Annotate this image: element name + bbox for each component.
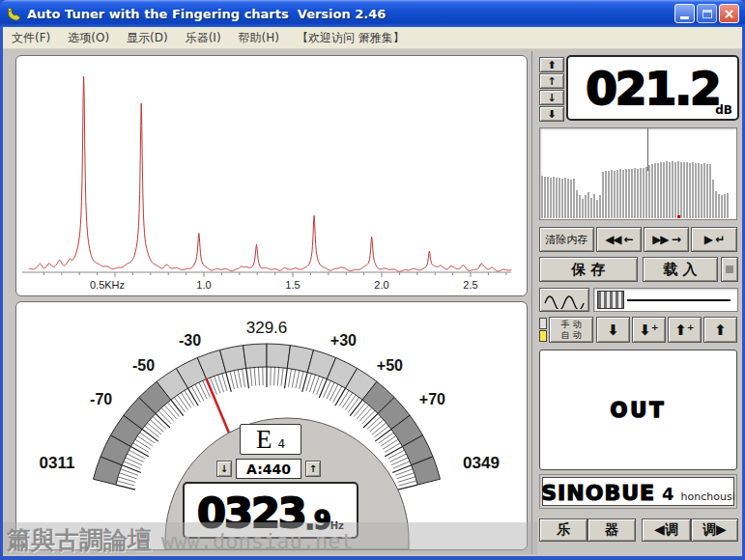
- history-bar: [622, 170, 624, 218]
- history-bar: [579, 195, 581, 218]
- rewind-button[interactable]: ◀◀ ←: [596, 227, 642, 252]
- slider-thumb[interactable]: [597, 291, 624, 309]
- db-up-button[interactable]: ↑: [539, 73, 564, 89]
- save-button[interactable]: 保 存: [539, 257, 638, 282]
- history-bar: [602, 172, 604, 218]
- close-icon: ×: [724, 7, 735, 20]
- history-bar: [567, 179, 569, 218]
- db-up-fast-button[interactable]: ⬆: [539, 57, 564, 72]
- down-arrow-icon: ↓: [547, 92, 556, 104]
- history-bar: [541, 176, 543, 218]
- history-bar: [712, 180, 714, 218]
- svg-text:1.0: 1.0: [196, 279, 211, 291]
- history-bar: [709, 164, 711, 218]
- level-history-chart: [539, 127, 737, 220]
- volume-slider[interactable]: [593, 288, 738, 312]
- instrument-next-button[interactable]: 器: [587, 518, 636, 542]
- history-cursor: [647, 128, 648, 171]
- history-bar: [582, 199, 584, 218]
- ref-pitch-up-button[interactable]: ↑: [305, 461, 321, 477]
- close-button[interactable]: ×: [719, 4, 739, 23]
- manual-auto-button[interactable]: 手 动 自 动: [549, 317, 593, 343]
- history-bar: [547, 177, 549, 218]
- clear-memory-button[interactable]: 清除内存: [539, 227, 594, 252]
- note-up-fast-button[interactable]: ⬆: [703, 317, 737, 343]
- minimize-button[interactable]: [674, 4, 695, 23]
- history-bar: [666, 161, 668, 218]
- up-step-arrow-icon: ⬆⁺: [674, 322, 695, 339]
- maximize-button[interactable]: [697, 4, 717, 23]
- manual-label: 手 动: [561, 320, 582, 330]
- history-bar: [706, 164, 708, 218]
- history-bar: [718, 194, 720, 218]
- svg-text:329.6: 329.6: [246, 319, 288, 337]
- window-title: Auto Tuner with the Fingering charts Ver…: [27, 7, 670, 21]
- history-bar: [561, 179, 563, 218]
- history-bar: [599, 195, 601, 218]
- ref-pitch-display: A:440: [236, 459, 301, 479]
- db-down-fast-button[interactable]: ⬇: [539, 106, 564, 122]
- menu-item-help[interactable]: 帮助(H): [230, 30, 288, 46]
- history-bar: [701, 164, 702, 218]
- instrument-number: 4: [662, 484, 674, 504]
- db-down-button[interactable]: ↓: [539, 90, 564, 105]
- history-bar: [686, 162, 688, 218]
- slider-track: [627, 299, 731, 301]
- key-next-button[interactable]: 调▶: [691, 518, 738, 542]
- save-label: 保 存: [571, 261, 605, 279]
- history-bar: [576, 190, 578, 218]
- menu-item-options[interactable]: 选项(O): [59, 30, 118, 46]
- history-bar: [640, 168, 642, 218]
- history-bar: [611, 170, 613, 218]
- history-bar: [637, 169, 639, 218]
- menu-item-welcome: 【欢迎访问 箫雅集】: [288, 30, 414, 46]
- history-bar: [593, 194, 595, 218]
- maximize-icon: [702, 10, 712, 18]
- svg-text:0311: 0311: [40, 454, 75, 472]
- ref-pitch-down-button[interactable]: ↓: [216, 461, 232, 477]
- stop-button[interactable]: [721, 257, 738, 282]
- history-bar: [689, 163, 691, 218]
- menu-item-file[interactable]: 文件(F): [3, 30, 59, 46]
- history-bar: [614, 171, 616, 218]
- up-arrow-icon: ↑: [309, 463, 317, 474]
- note-octave: 4: [277, 437, 285, 454]
- history-bar: [556, 178, 558, 218]
- frequency-unit: Hz: [330, 520, 344, 533]
- key-prev-button[interactable]: ◀调: [642, 518, 691, 542]
- tuner-gauge-panel: -70-50-30+30+50+70329.603110349 E 4 ↓ A:…: [15, 301, 528, 550]
- menu-item-display[interactable]: 显示(D): [118, 30, 177, 46]
- history-bar: [550, 178, 552, 218]
- history-bar: [721, 195, 723, 218]
- note-down-step-button[interactable]: ⬇⁺: [632, 317, 666, 343]
- forward-button[interactable]: ▶▶ →: [644, 227, 689, 252]
- auto-label: 自 动: [561, 330, 582, 341]
- instrument-prev-button[interactable]: 乐: [539, 518, 587, 542]
- svg-text:-50: -50: [132, 357, 155, 374]
- key-prev-label: ◀调: [654, 521, 678, 539]
- note-up-step-button[interactable]: ⬆⁺: [668, 317, 702, 343]
- note-letter: E: [256, 427, 272, 453]
- history-bar: [660, 162, 662, 218]
- load-button[interactable]: 载 入: [643, 257, 718, 282]
- spectrum-panel: 0.5KHz1.01.52.02.5: [15, 55, 528, 296]
- frequency-decimal: .9: [305, 508, 330, 533]
- svg-text:-70: -70: [90, 391, 112, 407]
- history-bar: [573, 179, 575, 218]
- history-bar: [677, 161, 679, 218]
- menu-item-instrument[interactable]: 乐器(I): [177, 30, 230, 46]
- history-bar: [645, 167, 647, 218]
- history-bar: [669, 162, 671, 218]
- history-bar: [587, 192, 589, 218]
- rewind-icon: ◀◀ ←: [605, 233, 633, 246]
- app-icon: [6, 6, 22, 22]
- tone-generator-button[interactable]: [539, 288, 589, 312]
- instrument-display: SINOBUE 4 honchousi: [542, 477, 734, 506]
- note-down-fast-button[interactable]: ⬇: [596, 317, 630, 343]
- history-bar: [559, 178, 560, 218]
- history-bar: [648, 165, 650, 218]
- history-bar: [643, 168, 645, 218]
- history-bar: [674, 162, 676, 218]
- play-button[interactable]: ▶ ↵: [691, 227, 737, 252]
- menubar: 文件(F) 选项(O) 显示(D) 乐器(I) 帮助(H) 【欢迎访问 箫雅集】: [3, 27, 742, 49]
